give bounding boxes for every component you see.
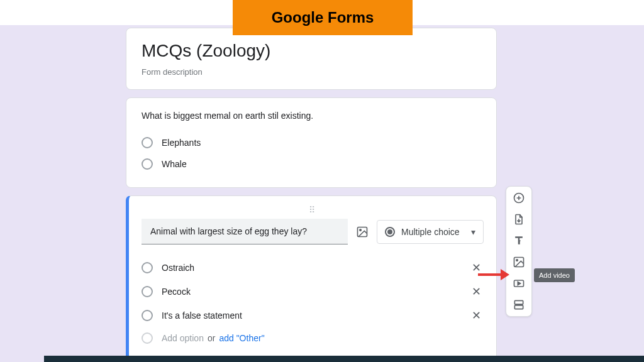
svg-point-1 <box>360 229 362 231</box>
svg-rect-7 <box>514 300 523 304</box>
form-title[interactable]: MCQs (Zoology) <box>142 41 481 61</box>
option-row[interactable]: Ostraich ✕ <box>142 256 484 280</box>
add-image-icon[interactable] <box>355 225 369 239</box>
question-card-1[interactable]: What is biggest memal on earth stil exis… <box>126 97 497 188</box>
add-image-icon[interactable] <box>510 255 528 270</box>
option-label[interactable]: Pecock <box>162 287 469 297</box>
or-label: or <box>208 333 215 343</box>
form-description[interactable]: Form description <box>142 67 481 77</box>
radio-icon <box>142 262 153 273</box>
tooltip: Add video <box>534 268 575 282</box>
svg-point-5 <box>516 260 518 261</box>
chevron-down-icon: ▾ <box>471 227 475 237</box>
option-row[interactable]: Pecock ✕ <box>142 280 484 304</box>
radio-icon[interactable] <box>142 137 153 148</box>
question-header-row: Multiple choice ▾ <box>142 219 484 244</box>
radio-icon <box>142 286 153 297</box>
svg-rect-8 <box>514 305 523 309</box>
question-input[interactable] <box>142 219 348 244</box>
add-other-link[interactable]: add "Other" <box>219 333 264 343</box>
banner-text: Google Forms <box>272 9 374 26</box>
form-header-card[interactable]: MCQs (Zoology) Form description <box>126 28 497 90</box>
question-card-2-active[interactable]: ⠿ Multiple choice ▾ Ostraich ✕ Pecock ✕ … <box>126 195 497 362</box>
add-question-icon[interactable] <box>510 190 528 206</box>
add-video-icon[interactable] <box>510 276 528 291</box>
radio-filled-icon <box>385 227 395 237</box>
type-label: Multiple choice <box>401 227 460 237</box>
option-row[interactable]: Whale <box>142 153 481 175</box>
radio-icon <box>142 310 153 321</box>
radio-icon <box>142 332 153 344</box>
annotation-arrow <box>478 269 509 280</box>
side-toolbar <box>506 186 532 317</box>
remove-option-icon[interactable]: ✕ <box>469 285 484 299</box>
remove-option-icon[interactable]: ✕ <box>469 309 484 322</box>
add-section-icon[interactable] <box>510 297 528 312</box>
add-option-label[interactable]: Add option <box>162 333 204 343</box>
radio-icon[interactable] <box>142 158 153 170</box>
import-questions-icon[interactable] <box>510 212 528 227</box>
bottom-bar <box>44 356 644 362</box>
add-option-row: Add option or add "Other" <box>142 327 484 349</box>
question-type-select[interactable]: Multiple choice ▾ <box>377 220 484 244</box>
form-container: MCQs (Zoology) Form description What is … <box>126 28 497 362</box>
drag-handle-icon[interactable]: ⠿ <box>142 205 484 215</box>
add-title-icon[interactable] <box>510 233 528 248</box>
option-row[interactable]: Elephants <box>142 132 481 153</box>
question-text: What is biggest memal on earth stil exis… <box>142 111 481 121</box>
page-banner: Google Forms <box>233 0 413 35</box>
option-label: Elephants <box>162 138 481 148</box>
option-label: Whale <box>162 159 481 169</box>
tooltip-text: Add video <box>539 272 570 279</box>
option-label[interactable]: It's a false statement <box>162 310 469 321</box>
option-label[interactable]: Ostraich <box>162 263 469 273</box>
option-row[interactable]: It's a false statement ✕ <box>142 304 484 327</box>
